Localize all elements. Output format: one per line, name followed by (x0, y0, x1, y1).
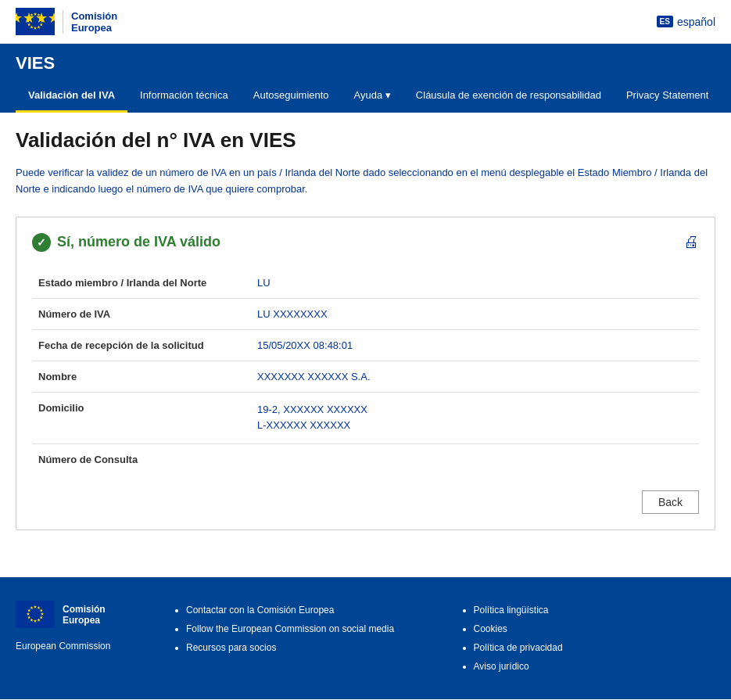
nav-item-validacion[interactable]: Validación del IVA (16, 80, 127, 113)
table-row: Número de IVA LU XXXXXXXX (32, 298, 699, 329)
list-item[interactable]: Follow the European Commission on social… (186, 619, 428, 638)
footer-inner: Comisión Europea European Commission Con… (16, 601, 715, 676)
footer: Comisión Europea European Commission Con… (0, 577, 731, 699)
footer-link-cookies[interactable]: Cookies (474, 623, 507, 634)
valid-badge: ✓ Sí, número de IVA válido (32, 233, 220, 252)
field-label-consulta: Número de Consulta (32, 444, 251, 476)
info-table: Estado miembro / Irlanda del Norte LU Nú… (32, 267, 699, 476)
table-row: Número de Consulta (32, 444, 699, 476)
button-area: Back (32, 490, 699, 514)
nav-item-ayuda[interactable]: Ayuda (342, 80, 403, 113)
main-content: Validación del n° IVA en VIES Puede veri… (0, 113, 731, 546)
footer-link-linguistica[interactable]: Política lingüística (474, 605, 549, 616)
lang-label: español (677, 16, 715, 28)
field-label-domicilio: Domicilio (32, 392, 251, 444)
field-value-estado: LU (251, 267, 699, 299)
table-row: Domicilio 19-2, XXXXXX XXXXXXL-XXXXXX XX… (32, 392, 699, 444)
footer-ec-label: European Commission (16, 641, 141, 652)
list-item[interactable]: Política de privacidad (474, 638, 716, 657)
field-label-estado: Estado miembro / Irlanda del Norte (32, 267, 251, 299)
field-value-numero: LU XXXXXXXX (251, 298, 699, 329)
back-button[interactable]: Back (642, 490, 699, 514)
footer-logo-row: Comisión Europea (16, 601, 141, 628)
table-row: Estado miembro / Irlanda del Norte LU (32, 267, 699, 299)
footer-link-social[interactable]: Follow the European Commission on social… (186, 623, 394, 634)
nav-item-informacion[interactable]: Información técnica (127, 80, 241, 113)
footer-links-col1: Contactar con la Comisión Europea Follow… (172, 601, 428, 657)
valid-label: Sí, número de IVA válido (57, 234, 220, 250)
list-item[interactable]: Aviso jurídico (474, 657, 716, 676)
eu-logo: ★★★★★★★★★★★★ (16, 8, 55, 35)
language-switcher[interactable]: ES español (657, 16, 715, 28)
nav-item-clausula[interactable]: Cláusula de exención de responsabilidad (403, 80, 614, 113)
page-title: Validación del n° IVA en VIES (16, 128, 715, 153)
footer-eu-logo (16, 601, 55, 628)
list-item[interactable]: Recursos para socios (186, 638, 428, 657)
footer-links-col2: Política lingüística Cookies Política de… (460, 601, 716, 676)
footer-link-contactar[interactable]: Contactar con la Comisión Europea (186, 605, 334, 616)
field-label-fecha: Fecha de recepción de la solicitud (32, 329, 251, 361)
print-icon[interactable]: 🖨 (683, 233, 699, 251)
lang-flag: ES (657, 16, 673, 27)
description-text: Puede verificar la validez de un número … (16, 165, 715, 198)
commission-name: Comisión Europea (63, 10, 117, 34)
table-row: Nombre XXXXXXX XXXXXX S.A. (32, 361, 699, 392)
list-item[interactable]: Política lingüística (474, 601, 716, 619)
list-item[interactable]: Cookies (474, 619, 716, 638)
nav-bar: VIES Validación del IVA Información técn… (0, 44, 731, 113)
footer-link-juridico[interactable]: Aviso jurídico (474, 661, 529, 672)
svg-rect-14 (16, 601, 55, 628)
footer-commission-name: Comisión Europea (63, 604, 106, 626)
list-item[interactable]: Contactar con la Comisión Europea (186, 601, 428, 619)
field-value-fecha: 15/05/20XX 08:48:01 (251, 329, 699, 361)
result-header: ✓ Sí, número de IVA válido 🖨 (32, 233, 699, 252)
footer-link-privacidad[interactable]: Política de privacidad (474, 642, 563, 653)
app-title: VIES (16, 44, 715, 80)
logo-area: ★★★★★★★★★★★★ Comisión Europea (16, 8, 117, 35)
nav-menu: Validación del IVA Información técnica A… (16, 80, 715, 113)
field-value-consulta (251, 444, 699, 476)
nav-item-autoseguimiento[interactable]: Autoseguimiento (241, 80, 342, 113)
footer-link-socios[interactable]: Recursos para socios (186, 642, 276, 653)
check-icon: ✓ (32, 233, 51, 252)
nav-item-privacy[interactable]: Privacy Statement (614, 80, 722, 113)
header: ★★★★★★★★★★★★ Comisión Europea (0, 0, 731, 44)
table-row: Fecha de recepción de la solicitud 15/05… (32, 329, 699, 361)
result-card: ✓ Sí, número de IVA válido 🖨 Estado miem… (16, 217, 715, 531)
field-label-numero: Número de IVA (32, 298, 251, 329)
field-value-domicilio: 19-2, XXXXXX XXXXXXL-XXXXXX XXXXXX (251, 392, 699, 444)
field-value-nombre: XXXXXXX XXXXXX S.A. (251, 361, 699, 392)
field-label-nombre: Nombre (32, 361, 251, 392)
footer-logo-area: Comisión Europea European Commission (16, 601, 141, 652)
